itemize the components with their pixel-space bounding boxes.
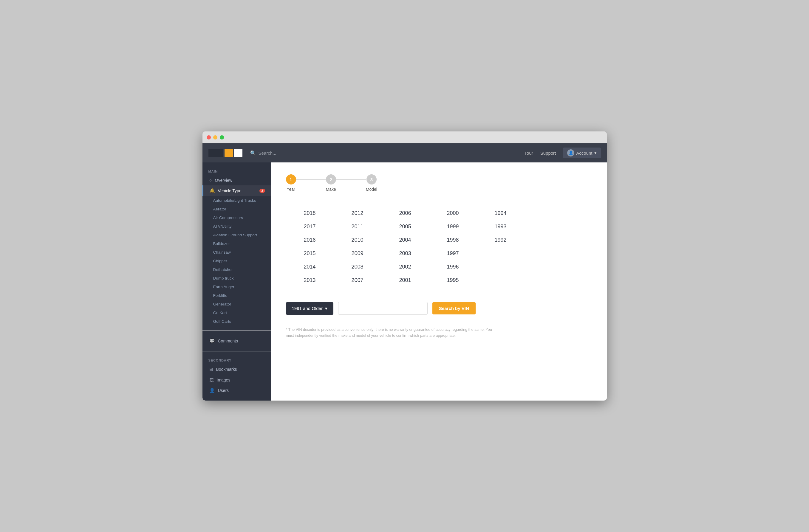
- sidebar-item-golf-carts[interactable]: Golf Carts: [203, 317, 271, 326]
- year-cell[interactable]: 1996: [429, 260, 477, 273]
- navbar: 🔍 Tour Support 👤 Account ▾: [203, 143, 607, 162]
- older-dropdown-button[interactable]: 1991 and Older ▾: [286, 302, 333, 315]
- close-button[interactable]: [207, 135, 211, 140]
- sidebar-label-comments: Comments: [218, 339, 238, 343]
- year-cell[interactable]: 2018: [286, 207, 334, 220]
- sidebar-label-images: Images: [217, 378, 230, 383]
- sidebar-item-chipper[interactable]: Chipper: [203, 256, 271, 265]
- year-cell[interactable]: 2015: [286, 247, 334, 260]
- year-grid: 2018201220062000199420172011200519991993…: [286, 207, 524, 287]
- vehicle-type-icon: 🔔: [209, 188, 215, 193]
- year-cell: [477, 260, 524, 273]
- main-content: 1 Year 2 Make 3 Model 20182: [271, 162, 607, 401]
- step-circle-model[interactable]: 3: [366, 174, 377, 184]
- app-content: MAIN ○ Overview 🔔 Vehicle Type 3 Automob…: [203, 162, 607, 401]
- year-cell[interactable]: 2001: [381, 273, 429, 287]
- sidebar-item-aerator[interactable]: Aerator: [203, 205, 271, 213]
- sidebar-item-dump-truck[interactable]: Dump truck: [203, 274, 271, 283]
- sidebar-item-automobile[interactable]: Automobile/Light Trucks: [203, 196, 271, 205]
- sidebar-item-go-kart[interactable]: Go Kart: [203, 308, 271, 317]
- vehicle-type-badge: 3: [259, 189, 265, 193]
- users-icon: 👤: [209, 388, 215, 393]
- step-label-model: Model: [366, 187, 377, 192]
- step-year: 1 Year: [286, 174, 296, 192]
- search-input[interactable]: [259, 150, 519, 156]
- year-cell[interactable]: 2011: [334, 220, 381, 233]
- sidebar-divider-2: [203, 351, 271, 351]
- year-cell[interactable]: 2005: [381, 220, 429, 233]
- dropdown-chevron-icon: ▾: [325, 306, 327, 311]
- year-cell[interactable]: 2010: [334, 233, 381, 247]
- year-cell[interactable]: 2000: [429, 207, 477, 220]
- search-bar: 🔍: [250, 150, 519, 156]
- year-cell[interactable]: 2013: [286, 273, 334, 287]
- year-cell[interactable]: 1997: [429, 247, 477, 260]
- step-label-make: Make: [326, 187, 336, 192]
- step-circle-make[interactable]: 2: [326, 174, 336, 184]
- sidebar-item-forklifts[interactable]: Forklifts: [203, 291, 271, 300]
- step-circle-year[interactable]: 1: [286, 174, 296, 184]
- sidebar-item-dethatcher[interactable]: Dethatcher: [203, 265, 271, 274]
- vin-input[interactable]: [338, 302, 428, 315]
- year-cell[interactable]: 1992: [477, 233, 524, 247]
- minimize-button[interactable]: [213, 135, 218, 140]
- year-cell[interactable]: 1993: [477, 220, 524, 233]
- year-cell[interactable]: 2006: [381, 207, 429, 220]
- sidebar: MAIN ○ Overview 🔔 Vehicle Type 3 Automob…: [203, 162, 271, 401]
- maximize-button[interactable]: [220, 135, 224, 140]
- year-cell[interactable]: 2004: [381, 233, 429, 247]
- logo-area: [208, 149, 244, 157]
- sidebar-item-images[interactable]: 🖼 Images: [203, 375, 271, 385]
- older-label: 1991 and Older: [292, 306, 323, 311]
- sidebar-item-users[interactable]: 👤 Users: [203, 385, 271, 396]
- nav-links: Tour Support 👤 Account ▾: [524, 147, 601, 158]
- sidebar-label-vehicle-type: Vehicle Type: [218, 188, 242, 193]
- sidebar-item-chainsaw[interactable]: Chainsaw: [203, 248, 271, 256]
- year-cell[interactable]: 1994: [477, 207, 524, 220]
- year-cell[interactable]: 2017: [286, 220, 334, 233]
- sidebar-label-bookmarks: Bookmarks: [216, 367, 237, 372]
- bookmarks-icon: ⊞: [209, 367, 213, 372]
- logo-white-part: [234, 149, 242, 157]
- sidebar-item-bulldozer[interactable]: Bulldozer: [203, 239, 271, 248]
- year-cell[interactable]: 1999: [429, 220, 477, 233]
- year-cell[interactable]: 2009: [334, 247, 381, 260]
- step-connector-1: [296, 179, 326, 180]
- sidebar-item-generator[interactable]: Generator: [203, 300, 271, 308]
- year-cell[interactable]: 2003: [381, 247, 429, 260]
- year-cell[interactable]: 2002: [381, 260, 429, 273]
- year-cell[interactable]: 2008: [334, 260, 381, 273]
- support-link[interactable]: Support: [540, 150, 556, 156]
- titlebar: [203, 131, 607, 143]
- tour-link[interactable]: Tour: [524, 150, 533, 156]
- sidebar-item-earth-auger[interactable]: Earth Auger: [203, 283, 271, 291]
- sidebar-item-comments[interactable]: 💬 Comments: [203, 336, 271, 346]
- step-make: 2 Make: [326, 174, 336, 192]
- year-cell[interactable]: 1998: [429, 233, 477, 247]
- logo-yellow-part: [225, 149, 233, 157]
- bottom-controls: 1991 and Older ▾ Search by VIN: [286, 302, 592, 315]
- sidebar-item-bookmarks[interactable]: ⊞ Bookmarks: [203, 364, 271, 375]
- account-label: Account: [576, 150, 592, 156]
- search-vin-button[interactable]: Search by VIN: [432, 302, 476, 315]
- secondary-section-label: SECONDARY: [203, 356, 271, 364]
- sidebar-label-overview: Overview: [215, 178, 232, 183]
- sidebar-item-air-compressors[interactable]: Air Compressors: [203, 213, 271, 222]
- year-cell[interactable]: 2012: [334, 207, 381, 220]
- sidebar-item-atv[interactable]: ATV/Utility: [203, 222, 271, 231]
- account-button[interactable]: 👤 Account ▾: [563, 147, 601, 158]
- year-cell: [477, 273, 524, 287]
- sidebar-item-overview[interactable]: ○ Overview: [203, 175, 271, 185]
- account-avatar: 👤: [567, 149, 574, 157]
- sidebar-item-aviation[interactable]: Aviation Ground Support: [203, 231, 271, 239]
- comments-icon: 💬: [209, 338, 215, 344]
- year-cell[interactable]: 2014: [286, 260, 334, 273]
- sidebar-label-users: Users: [218, 388, 229, 393]
- year-cell[interactable]: 1995: [429, 273, 477, 287]
- year-cell[interactable]: 2016: [286, 233, 334, 247]
- year-cell[interactable]: 2007: [334, 273, 381, 287]
- step-model: 3 Model: [366, 174, 377, 192]
- stepper: 1 Year 2 Make 3 Model: [286, 174, 592, 192]
- sidebar-item-vehicle-type[interactable]: 🔔 Vehicle Type 3: [203, 185, 271, 196]
- step-label-year: Year: [287, 187, 295, 192]
